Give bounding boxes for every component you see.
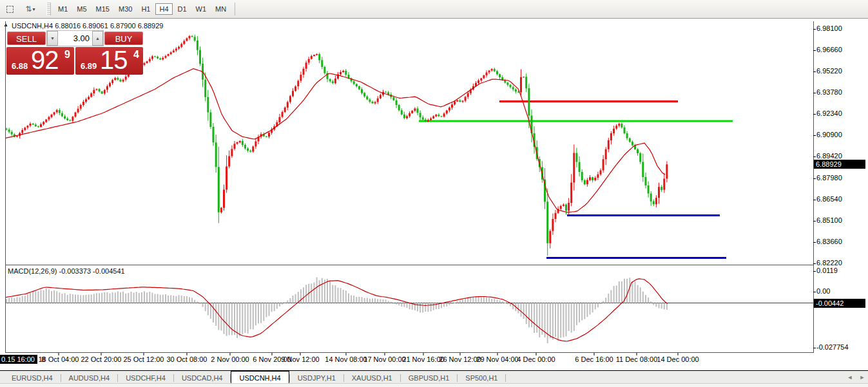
crosshair-time-badge: 0.15 16:00: [0, 355, 37, 364]
price-axis-label: 6.93780: [816, 88, 842, 96]
macd-axis-label: 0.0119: [816, 267, 838, 274]
macd-axis-label: 0.00: [816, 287, 830, 295]
time-axis-label: 4 Dec 00:00: [517, 355, 555, 363]
symbol-tab-usdjpy[interactable]: USDJPY,H1: [290, 372, 343, 384]
time-axis-label: 21 Nov 16:00: [402, 355, 444, 363]
selection-marquee-icon[interactable]: [3, 2, 17, 16]
price-axis-label: 6.86540: [816, 195, 842, 203]
axis-tick: [813, 221, 816, 222]
buy-price-sup: 4: [133, 49, 139, 61]
time-axis-label: 25 Oct 12:00: [124, 355, 164, 363]
axis-tick: [813, 271, 816, 272]
time-axis-label: 18 Oct 04:00: [39, 355, 79, 363]
volume-stepper: ▼ 3.00 ▲: [46, 30, 104, 46]
symbol-tab-usdcnh[interactable]: USDCNH,H4: [231, 371, 289, 384]
price-axis-label: 6.95220: [816, 67, 842, 75]
symbol-tab-sp500[interactable]: SP500,H1: [458, 372, 505, 384]
symbol-tab-eurusd[interactable]: EURUSD,H4: [4, 372, 61, 384]
time-axis-label: 6 Dec 16:00: [575, 355, 613, 363]
buy-price-small: 6.89: [81, 61, 97, 71]
main-toolbar: ⇅▾ M1M5M15M30H1H4D1W1MN: [0, 0, 868, 19]
pane-separator[interactable]: [5, 265, 814, 265]
symbol-tab-usdcad[interactable]: USDCAD,H4: [174, 372, 231, 384]
symbol-tab-xauusd[interactable]: XAUUSD,H1: [344, 372, 400, 384]
sell-button[interactable]: SELL: [7, 32, 46, 45]
axis-tick: [813, 93, 816, 93]
time-axis-label: 22 Oct 20:00: [81, 355, 122, 363]
axis-tick: [813, 348, 816, 348]
timeframe-button-m30[interactable]: M30: [115, 3, 136, 15]
mt4-application: ⇅▾ M1M5M15M30H1H4D1W1MN ▲ USDCNH,H4 6.88…: [0, 0, 868, 387]
time-axis[interactable]: 0.15 16:00 8 18 Oct 04:0022 Oct 20:0025 …: [0, 353, 868, 368]
axis-tick: [813, 200, 816, 200]
timeframe-button-d1[interactable]: D1: [174, 3, 191, 15]
symbol-tab-audusd[interactable]: AUDUSD,H4: [61, 372, 118, 384]
time-axis-label: 11 Dec 08:00: [616, 355, 658, 363]
timeframe-button-m5[interactable]: M5: [73, 3, 90, 15]
axis-tick: [813, 242, 816, 243]
time-axis-label: 14 Dec 00:00: [657, 355, 699, 363]
axis-tick: [813, 292, 816, 292]
volume-increase-button[interactable]: ▲: [92, 31, 103, 46]
timeframe-button-m15[interactable]: M15: [92, 3, 113, 15]
price-axis-label: 6.83660: [816, 238, 842, 245]
price-axis-label: 6.82220: [816, 259, 842, 267]
symbol-tabs: EURUSD,H4AUDUSD,H4USDCHF,H4USDCAD,H4USDC…: [4, 371, 506, 384]
price-axis-label: 6.98100: [816, 24, 842, 32]
timeframe-button-h4[interactable]: H4: [155, 3, 172, 15]
axis-tick: [813, 114, 816, 115]
time-axis-label: 2 Nov 00:00: [211, 355, 249, 363]
timeframe-button-group: M1M5M15M30H1H4D1W1MN: [53, 3, 231, 15]
sell-price-sup: 9: [64, 49, 70, 61]
chart-left-border: [5, 21, 6, 353]
macd-axis-label: -0.027754: [816, 343, 849, 351]
toolbar-grip[interactable]: [46, 3, 51, 15]
time-axis-label: 29 Nov 04:00: [476, 355, 518, 363]
timeframe-button-m1[interactable]: M1: [54, 3, 72, 15]
axis-tick: [813, 263, 816, 264]
axis-tick: [813, 178, 816, 179]
price-axis-label: 6.89420: [816, 152, 842, 160]
timeframe-button-w1[interactable]: W1: [192, 3, 211, 15]
buy-price-panel[interactable]: 6.89 15 4: [75, 47, 143, 75]
time-axis-label: 17 Nov 00:00: [363, 355, 405, 363]
price-axis-label: 6.87980: [816, 174, 842, 182]
axis-tick: [813, 50, 816, 51]
axis-tick: [813, 135, 816, 136]
timeframe-button-mn[interactable]: MN: [211, 3, 230, 15]
chevron-down-icon: ▾: [33, 6, 35, 12]
time-axis-label: 26 Nov 12:00: [439, 355, 481, 363]
symbol-tab-gbpusd[interactable]: GBPUSD,H1: [401, 372, 458, 384]
buy-price-big: 15: [100, 46, 128, 75]
price-axis-label: 6.96660: [816, 46, 842, 53]
macd-indicator-canvas[interactable]: [5, 265, 813, 352]
buy-button[interactable]: BUY: [104, 32, 143, 45]
sell-price-panel[interactable]: 6.88 92 9: [6, 47, 74, 75]
macd-indicator-label: MACD(12,26,9) -0.003373 -0.004541: [8, 267, 125, 275]
one-click-trading-widget: SELL ▼ 3.00 ▲ BUY 6.88 92 9 6.89 15 4: [6, 30, 144, 75]
volume-decrease-button[interactable]: ▼: [47, 31, 58, 46]
chart-window: ▲ USDCNH,H4 6.88016 6.89061 6.87900 6.88…: [0, 19, 868, 370]
price-axis-label: 6.92340: [816, 109, 842, 117]
current-price-badge: 6.88929: [814, 160, 865, 169]
axis-tick: [813, 71, 816, 72]
time-axis-label: 14 Nov 08:00: [325, 355, 367, 363]
axis-tick: [813, 29, 816, 30]
symbol-tab-usdchf[interactable]: USDCHF,H4: [118, 372, 173, 384]
price-axis-label: 6.90900: [816, 131, 842, 138]
sell-price-small: 6.88: [12, 61, 28, 71]
time-axis-label: 30 Oct 08:00: [167, 355, 207, 363]
macd-histogram: [6, 278, 668, 343]
timeframe-button-h1[interactable]: H1: [137, 3, 154, 15]
axis-tick: [813, 156, 816, 157]
time-axis-label: 9 Nov 12:00: [281, 355, 319, 363]
volume-input[interactable]: 3.00: [58, 31, 92, 46]
tile-arrange-icon[interactable]: ⇅▾: [19, 2, 41, 16]
price-axis-label: 6.85100: [816, 216, 842, 224]
tab-scroll-right-icon[interactable]: ►: [858, 373, 867, 382]
sell-price-big: 92: [31, 46, 59, 75]
toolbar-separator: [235, 3, 235, 15]
status-strip: [0, 383, 868, 387]
tab-scroll-left-icon[interactable]: ◄: [845, 373, 854, 382]
tab-separator: [505, 374, 506, 382]
